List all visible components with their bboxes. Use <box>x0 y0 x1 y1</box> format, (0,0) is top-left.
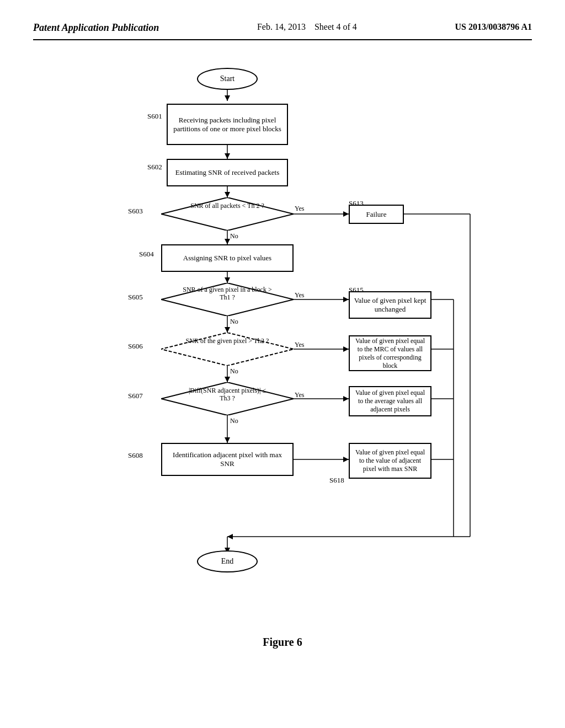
step-s618-label: S618 <box>329 476 344 485</box>
flowchart-diagram: Start S601 Receiving packets including p… <box>56 57 509 619</box>
diamond-s603-svg: SNR of all packets < Th 2 ? <box>161 197 294 231</box>
box-s602: Estimating SNR of received packets <box>167 159 288 186</box>
figure-caption: Figure 6 <box>33 636 532 649</box>
diamond-s606: SNR of the given pixel > Th2 ? <box>161 333 294 366</box>
page: Patent Application Publication Feb. 14, … <box>0 0 565 728</box>
svg-marker-13 <box>343 297 349 302</box>
step-s601-label: S601 <box>147 112 162 121</box>
s603-yes-label: Yes <box>295 205 304 213</box>
header-left: Patent Application Publication <box>33 22 159 34</box>
box-s617: Value of given pixel equal to the averag… <box>349 386 431 416</box>
box-s608: Identification adjacent pixel with max S… <box>161 443 294 476</box>
svg-marker-19 <box>343 346 349 352</box>
step-s602-label: S602 <box>147 163 162 172</box>
end-oval: End <box>197 550 258 572</box>
box-s601: Receiving packets including pixel partit… <box>167 104 288 145</box>
svg-marker-29 <box>343 457 349 462</box>
svg-marker-24 <box>343 396 349 402</box>
svg-marker-3 <box>225 153 230 159</box>
header-center: Feb. 14, 2013 Sheet 4 of 4 <box>257 22 357 32</box>
header-date: Feb. 14, 2013 <box>257 22 306 31</box>
header-sheet: Sheet 4 of 4 <box>315 22 357 31</box>
s603-no-label: No <box>230 232 238 240</box>
diamond-s603-text: SNR of all packets < Th 2 ? <box>190 202 264 210</box>
svg-marker-32 <box>227 534 233 539</box>
header: Patent Application Publication Feb. 14, … <box>33 22 532 40</box>
diamond-s605-svg: SNR of a given pixel in a block > Th1 ? <box>161 283 294 316</box>
box-s604: Assigning SNR to pixel values <box>161 244 294 272</box>
step-s604-label: S604 <box>139 250 154 259</box>
diamond-s607-text: |Diff(SNR adjacent pixels)| ≤ Th3 ? <box>189 387 266 402</box>
box-s616: Value of given pixel equal to the MRC of… <box>349 335 431 371</box>
box-s615: Value of given pixel kept unchanged <box>349 291 431 319</box>
s607-no-label: No <box>230 417 238 425</box>
s606-no-label: No <box>230 367 238 376</box>
header-right: US 2013/0038796 A1 <box>455 22 532 32</box>
svg-marker-11 <box>225 277 230 283</box>
diamond-s605-text: SNR of a given pixel in a block > Th1 ? <box>183 286 271 301</box>
svg-marker-1 <box>225 95 230 101</box>
s605-no-label: No <box>230 318 238 326</box>
svg-marker-27 <box>225 437 230 443</box>
s607-yes-label: Yes <box>295 391 304 399</box>
svg-marker-5 <box>225 192 230 197</box>
diagram-container: Start S601 Receiving packets including p… <box>33 57 532 619</box>
svg-marker-9 <box>225 239 230 244</box>
box-s618: Value of given pixel equal to the value … <box>349 443 431 479</box>
s605-yes-label: Yes <box>295 291 304 299</box>
diamond-s607: |Diff(SNR adjacent pixels)| ≤ Th3 ? <box>161 382 294 415</box>
step-s605-label: S605 <box>128 293 143 302</box>
step-s603-label: S603 <box>128 207 143 216</box>
step-s608-label: S608 <box>128 451 143 460</box>
svg-marker-17 <box>225 327 230 333</box>
diamond-s606-svg: SNR of the given pixel > Th2 ? <box>161 333 294 366</box>
box-s613: Failure <box>349 205 404 224</box>
diamond-s603: SNR of all packets < Th 2 ? <box>161 197 294 231</box>
start-oval: Start <box>197 68 258 90</box>
svg-marker-7 <box>343 211 349 217</box>
diamond-s605: SNR of a given pixel in a block > Th1 ? <box>161 283 294 316</box>
s606-yes-label: Yes <box>295 341 304 349</box>
diamond-s607-svg: |Diff(SNR adjacent pixels)| ≤ Th3 ? <box>161 382 294 415</box>
step-s606-label: S606 <box>128 342 143 351</box>
end-label: End <box>221 557 234 566</box>
svg-marker-22 <box>225 377 230 382</box>
diamond-s606-text: SNR of the given pixel > Th2 ? <box>186 337 269 345</box>
start-label: Start <box>220 74 234 83</box>
step-s607-label: S607 <box>128 392 143 400</box>
